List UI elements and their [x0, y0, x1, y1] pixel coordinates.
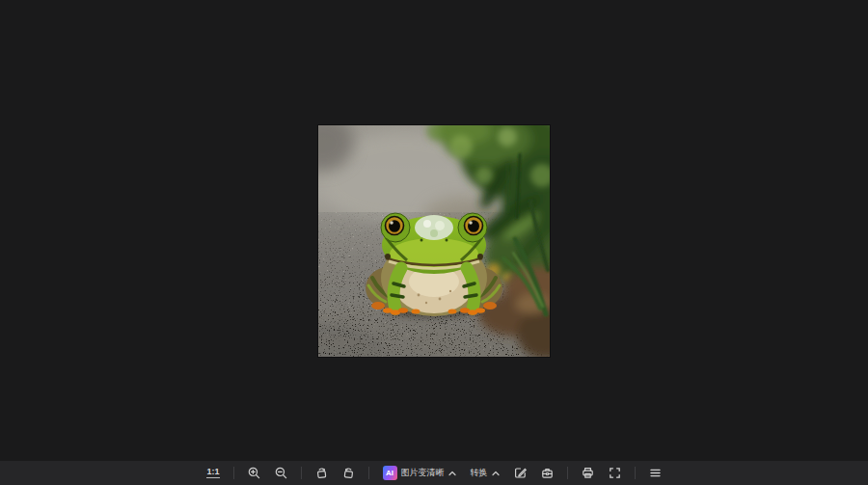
rotate-left-icon: [342, 467, 355, 479]
toolbar-items: 1:1: [203, 464, 664, 482]
frog-photo-art: [318, 125, 550, 357]
zoom-out-icon: [275, 467, 287, 479]
rotate-left-button[interactable]: [339, 465, 358, 481]
image-edit-icon: [514, 467, 527, 479]
ai-enhance-label: 图片变清晰: [401, 469, 445, 477]
toolbar-divider: [301, 467, 302, 479]
edit-button[interactable]: [511, 465, 529, 481]
zoom-in-button[interactable]: [245, 465, 263, 481]
printer-icon: [582, 467, 594, 479]
rotate-right-icon: [315, 467, 328, 479]
toolbox-icon: [541, 467, 554, 479]
print-button[interactable]: [579, 465, 597, 481]
toolbar-divider: [635, 467, 636, 479]
viewer-canvas: [0, 0, 868, 461]
menu-button[interactable]: [646, 465, 665, 481]
app-window: 1:1: [0, 0, 868, 485]
convert-button[interactable]: 转换: [468, 467, 502, 479]
hamburger-menu-icon: [649, 467, 662, 479]
toolbar-divider: [368, 467, 369, 479]
bottom-toolbar: 1:1: [0, 461, 868, 485]
ai-enhance-button[interactable]: AI 图片变清晰: [380, 464, 459, 482]
rotate-right-button[interactable]: [312, 465, 331, 481]
photo[interactable]: [318, 125, 550, 357]
fullscreen-icon: [609, 467, 621, 479]
chevron-up-icon: [492, 471, 500, 476]
fullscreen-button[interactable]: [606, 465, 624, 481]
zoom-out-button[interactable]: [272, 465, 290, 481]
chevron-up-icon: [448, 471, 456, 476]
actual-size-label: 1:1: [206, 468, 219, 478]
toolbox-button[interactable]: [538, 465, 556, 481]
toolbar-divider: [567, 467, 568, 479]
convert-label: 转换: [471, 469, 488, 477]
ai-badge: AI: [383, 466, 397, 480]
toolbar-divider: [233, 467, 234, 479]
zoom-in-icon: [248, 467, 260, 479]
actual-size-button[interactable]: 1:1: [203, 466, 222, 480]
